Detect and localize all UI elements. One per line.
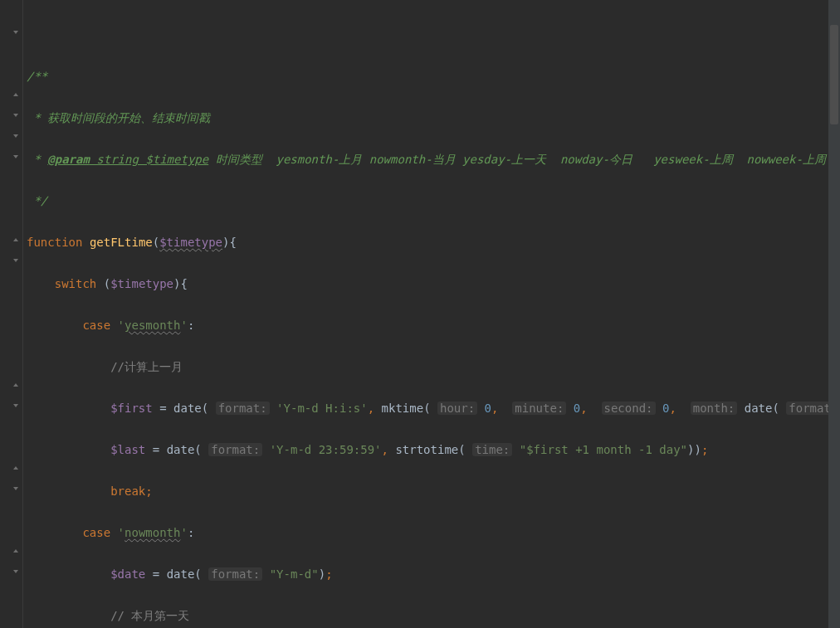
param-hint: hour:	[437, 402, 477, 415]
code-line[interactable]: $first = date( format: 'Y-m-d H:i:s', mk…	[25, 398, 840, 419]
string: '	[180, 319, 187, 332]
punct: ,	[580, 402, 587, 415]
function-name: getFLtime	[90, 236, 153, 249]
fold-marker-icon[interactable]	[12, 402, 20, 410]
punct: (	[194, 567, 201, 581]
punct: ,	[382, 443, 388, 456]
string: "Y-m-d"	[270, 567, 319, 581]
punct: {	[229, 236, 236, 249]
code-line[interactable]: * 获取时间段的开始、结束时间戳	[25, 108, 840, 129]
number: 0	[574, 402, 580, 415]
fold-marker-icon[interactable]	[12, 567, 20, 576]
identifier: mktime	[382, 402, 424, 415]
docblock-text	[208, 153, 215, 166]
param-hint: format:	[208, 567, 262, 581]
fold-marker-icon[interactable]	[12, 90, 20, 99]
punct: )	[694, 443, 701, 456]
code-line[interactable]: //计算上一月	[25, 357, 840, 377]
punct: (	[194, 443, 201, 456]
punct: {	[180, 277, 187, 290]
scrollbar-thumb[interactable]	[830, 25, 838, 124]
string: 'Y-m-d 23:59:59'	[270, 443, 382, 456]
fold-marker-icon[interactable]	[12, 28, 20, 37]
keyword-case: case	[82, 319, 110, 332]
variable: $last	[110, 443, 145, 456]
punct: ;	[701, 443, 708, 456]
docblock-text: * 获取时间段的开始、结束时间戳	[27, 111, 210, 124]
gutter	[0, 0, 23, 628]
variable: $first	[110, 402, 153, 415]
code-line[interactable]: function getFLtime($timetype){	[25, 232, 840, 253]
code-line[interactable]: // 本月第一天	[25, 606, 840, 626]
punct: )	[319, 567, 325, 581]
string: '	[118, 526, 125, 539]
code-line[interactable]: break;	[25, 481, 840, 502]
param-hint: format:	[216, 402, 270, 415]
variable: $timetype	[159, 236, 222, 249]
code-editor[interactable]: /** * 获取时间段的开始、结束时间戳 * @param string $ti…	[25, 0, 840, 628]
scrollbar-track[interactable]	[828, 0, 840, 628]
code-line[interactable]: /**	[25, 66, 840, 87]
keyword-function: function	[27, 236, 82, 249]
string: '	[118, 319, 125, 332]
docblock-text: */	[27, 194, 47, 207]
punct: (	[202, 402, 208, 415]
punct: (	[423, 402, 430, 415]
fold-marker-icon[interactable]	[12, 132, 20, 140]
string: "$first +1 month -1 day"	[520, 443, 687, 456]
keyword-break: break	[110, 484, 145, 498]
punct: (	[772, 402, 779, 415]
docblock-text: string $timetype	[90, 153, 208, 166]
identifier: date	[745, 402, 773, 415]
code-line[interactable]: */	[25, 191, 840, 212]
code-line[interactable]: $last = date( format: 'Y-m-d 23:59:59', …	[25, 440, 840, 460]
fold-marker-icon[interactable]	[12, 484, 20, 493]
identifier: date	[167, 443, 195, 456]
string: '	[180, 526, 187, 539]
string: yesmonth	[125, 319, 180, 332]
docblock-tag: @param	[47, 153, 90, 166]
fold-marker-icon[interactable]	[12, 236, 20, 244]
comment: // 本月第一天	[110, 609, 189, 622]
code-line[interactable]: switch ($timetype){	[25, 274, 840, 295]
code-line[interactable]: case 'nowmonth':	[25, 523, 840, 543]
param-hint: time:	[472, 443, 512, 456]
punct: (	[458, 443, 465, 456]
fold-marker-icon[interactable]	[12, 464, 20, 472]
fold-marker-icon[interactable]	[12, 256, 20, 265]
identifier: strtotime	[395, 443, 458, 456]
param-hint: minute:	[512, 402, 566, 415]
punct: ,	[368, 402, 374, 415]
fold-marker-icon[interactable]	[12, 153, 20, 161]
keyword-case: case	[82, 526, 110, 539]
punct: =	[159, 402, 166, 415]
variable: $timetype	[110, 277, 173, 290]
punct: (	[153, 236, 159, 249]
fold-marker-icon[interactable]	[12, 111, 20, 119]
punct: =	[153, 567, 159, 581]
code-line[interactable]: case 'yesmonth':	[25, 315, 840, 336]
punct: ,	[491, 402, 498, 415]
param-hint: format:	[208, 443, 262, 456]
fold-marker-icon[interactable]	[12, 381, 20, 389]
identifier: date	[173, 402, 202, 415]
punct: (	[104, 277, 110, 290]
string: nowmonth	[125, 526, 180, 539]
comment: //计算上一月	[110, 360, 183, 373]
code-line[interactable]: * @param string $timetype 时间类型 yesmonth-…	[25, 149, 840, 170]
string: 'Y-m-d H:i:s'	[276, 402, 368, 415]
docblock-text: 时间类型 yesmonth-上月 nowmonth-当月 yesday-上一天 …	[216, 153, 826, 166]
identifier: date	[167, 567, 195, 581]
punct: ;	[325, 567, 332, 581]
keyword-switch: switch	[55, 277, 97, 290]
fold-marker-icon[interactable]	[12, 547, 20, 555]
punct: ;	[145, 484, 152, 498]
code-line[interactable]	[25, 25, 840, 46]
punct: :	[188, 526, 194, 539]
param-hint: second:	[602, 402, 656, 415]
docblock-text: /**	[27, 70, 47, 83]
docblock-text: *	[27, 153, 47, 166]
code-line[interactable]: $date = date( format: "Y-m-d");	[25, 564, 840, 585]
variable: $date	[110, 567, 145, 581]
punct: =	[153, 443, 159, 456]
